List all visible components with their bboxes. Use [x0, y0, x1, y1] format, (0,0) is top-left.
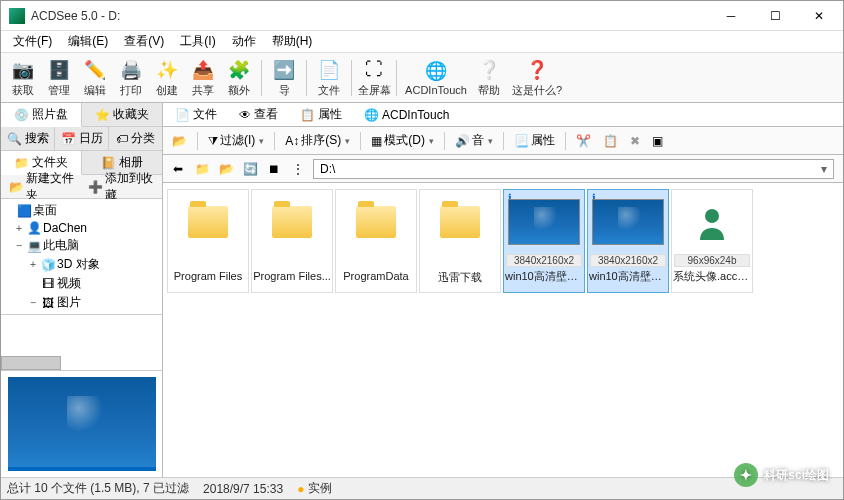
- cube-icon: 🧊: [41, 258, 55, 272]
- viewtab-view[interactable]: 👁查看: [233, 104, 284, 125]
- filter-dropdown[interactable]: ⧩过滤(I): [203, 130, 269, 151]
- minimize-button[interactable]: ─: [709, 2, 753, 30]
- app-icon: [9, 8, 25, 24]
- menu-actions[interactable]: 动作: [224, 31, 264, 52]
- dot-icon: ●: [297, 482, 304, 496]
- copy-button[interactable]: 📋: [598, 132, 623, 150]
- files-icon: 📄: [317, 58, 341, 82]
- menu-help[interactable]: 帮助(H): [264, 31, 321, 52]
- print-button[interactable]: 🖨️打印: [113, 56, 149, 100]
- select-button[interactable]: ▣: [647, 132, 668, 150]
- thumb-box: ℹ: [590, 192, 666, 252]
- tab-search[interactable]: 🔍搜索: [1, 127, 55, 150]
- database-icon: 🗄️: [47, 58, 71, 82]
- nav-button[interactable]: ➡️导: [266, 56, 302, 100]
- fwd-icon: 📂: [219, 162, 234, 176]
- viewtab-intouch[interactable]: 🌐ACDInTouch: [358, 106, 455, 124]
- manage-button[interactable]: 🗄️管理: [41, 56, 77, 100]
- arrow-icon: ➡️: [272, 58, 296, 82]
- separator: [396, 60, 397, 96]
- menu-view[interactable]: 查看(V): [116, 31, 172, 52]
- binoculars-icon: 🔍: [7, 132, 22, 146]
- folder-icon: 📁: [14, 156, 29, 170]
- tree-3dobjects[interactable]: +🧊3D 对象: [1, 255, 162, 274]
- nav-back[interactable]: ⬅: [167, 159, 189, 179]
- help-icon: ❔: [477, 58, 501, 82]
- sound-dropdown[interactable]: 🔊音: [450, 130, 498, 151]
- help-button[interactable]: ❔帮助: [471, 56, 507, 100]
- menu-file[interactable]: 文件(F): [5, 31, 60, 52]
- grid-item[interactable]: ℹ3840x2160x2win10高清壁纸..: [503, 189, 585, 293]
- window-title: ACDSee 5.0 - D:: [31, 9, 709, 23]
- nav-stop[interactable]: ⏹: [263, 159, 285, 179]
- preview-image[interactable]: [8, 377, 156, 471]
- tab-photodisk[interactable]: 💿照片盘: [1, 103, 82, 127]
- item-name: ProgramData: [337, 270, 415, 282]
- separator: [503, 132, 504, 150]
- tree-pictures[interactable]: −🖼图片: [1, 293, 162, 312]
- edit-button[interactable]: ✏️编辑: [77, 56, 113, 100]
- newfolder-icon: 📂: [9, 180, 24, 194]
- cut-button[interactable]: ✂️: [571, 132, 596, 150]
- grid-item[interactable]: 迅雷下载: [419, 189, 501, 293]
- nav-more[interactable]: ⋮: [287, 159, 309, 179]
- grid-item[interactable]: ℹ3840x2160x2win10高清壁纸..: [587, 189, 669, 293]
- tab-category[interactable]: 🏷分类: [109, 127, 162, 150]
- scrollbar-thumb[interactable]: [1, 356, 61, 370]
- nav-fwd[interactable]: 📂: [215, 159, 237, 179]
- whatis-button[interactable]: ❓这是什么?: [507, 56, 567, 100]
- maximize-button[interactable]: ☐: [753, 2, 797, 30]
- pencil-icon: ✏️: [83, 58, 107, 82]
- tree-video[interactable]: 🎞视频: [1, 274, 162, 293]
- item-name: win10高清壁纸..: [505, 269, 583, 284]
- main-area: 📄文件 👁查看 📋属性 🌐ACDInTouch 📂 ⧩过滤(I) A↕排序(S)…: [163, 103, 843, 477]
- thumb-box: [170, 192, 246, 252]
- acquire-button[interactable]: 📷获取: [5, 56, 41, 100]
- chevron-down-icon[interactable]: ▾: [821, 162, 827, 176]
- globe-icon: 🌐: [424, 59, 448, 83]
- grid-item[interactable]: 96x96x24b系统头像.acco...: [671, 189, 753, 293]
- menu-tools[interactable]: 工具(I): [172, 31, 223, 52]
- item-dimensions: 3840x2160x2: [590, 254, 666, 267]
- share-button[interactable]: 📤共享: [185, 56, 221, 100]
- sort-dropdown[interactable]: A↕排序(S): [280, 130, 355, 151]
- back-icon: ⬅: [173, 162, 183, 176]
- separator: [306, 60, 307, 96]
- fullscreen-button[interactable]: ⛶全屏幕: [356, 56, 392, 100]
- grid-item[interactable]: ProgramData: [335, 189, 417, 293]
- tree-desktop[interactable]: 🟦桌面: [1, 201, 162, 220]
- intouch-button[interactable]: 🌐ACDInTouch: [401, 57, 471, 98]
- grid-item[interactable]: Program Files...: [251, 189, 333, 293]
- nav-up[interactable]: 📁: [191, 159, 213, 179]
- menu-edit[interactable]: 编辑(E): [60, 31, 116, 52]
- extras-button[interactable]: 🧩额外: [221, 56, 257, 100]
- grid-item[interactable]: Program Files: [167, 189, 249, 293]
- mode-dropdown[interactable]: ▦模式(D): [366, 130, 439, 151]
- files-button[interactable]: 📄文件: [311, 56, 347, 100]
- folder-open-icon: 📂: [172, 134, 187, 148]
- folder-tree[interactable]: 🟦桌面 +👤DaChen −💻此电脑 +🧊3D 对象 🎞视频 −🖼图片: [1, 199, 162, 315]
- tree-thispc[interactable]: −💻此电脑: [1, 236, 162, 255]
- close-button[interactable]: ✕: [797, 2, 841, 30]
- thumbnail-grid[interactable]: Program FilesProgram Files...ProgramData…: [163, 183, 843, 477]
- properties-button[interactable]: 📃属性: [509, 130, 560, 151]
- sparkle-icon: ✨: [155, 58, 179, 82]
- tree-dachen[interactable]: +👤DaChen: [1, 220, 162, 236]
- eye-icon: 👁: [239, 108, 251, 122]
- create-button[interactable]: ✨创建: [149, 56, 185, 100]
- delete-button[interactable]: ✖: [625, 132, 645, 150]
- tab-calendar[interactable]: 📅日历: [55, 127, 109, 150]
- image-thumbnail: [592, 199, 664, 245]
- fullscreen-icon: ⛶: [362, 58, 386, 82]
- viewtab-file[interactable]: 📄文件: [169, 104, 223, 125]
- open-folder-button[interactable]: 📂: [167, 132, 192, 150]
- nav-refresh[interactable]: 🔄: [239, 159, 261, 179]
- tab-favorites[interactable]: ⭐收藏夹: [82, 103, 162, 126]
- path-input[interactable]: D:\▾: [313, 159, 834, 179]
- viewtab-properties[interactable]: 📋属性: [294, 104, 348, 125]
- sheet-icon: 📃: [514, 134, 529, 148]
- status-time: 2018/9/7 15:33: [203, 482, 283, 496]
- copy-icon: 📋: [603, 134, 618, 148]
- view-tabs: 📄文件 👁查看 📋属性 🌐ACDInTouch: [163, 103, 843, 127]
- wechat-icon: ✦: [734, 463, 758, 487]
